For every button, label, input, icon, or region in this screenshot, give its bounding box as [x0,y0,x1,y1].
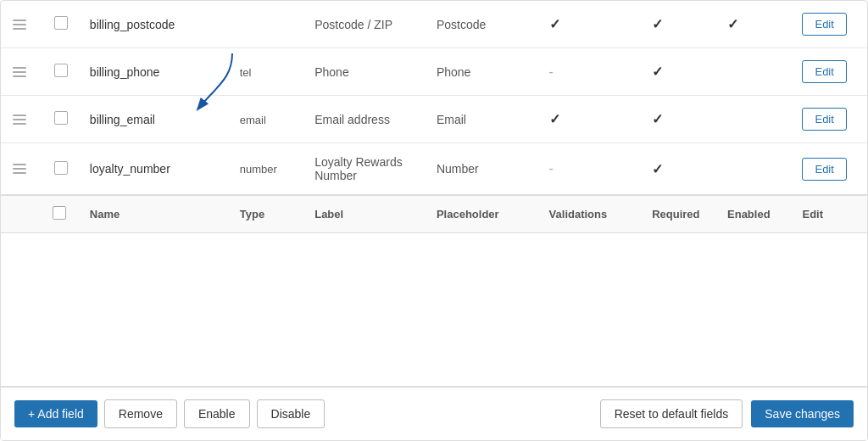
field-name-cell: loyalty_number [80,143,230,196]
header-validations: Validations [539,195,643,233]
drag-handle[interactable] [11,20,28,30]
drag-handle-cell [1,48,42,96]
field-name-cell: billing_email [80,96,230,143]
field-label: Postcode / ZIP [314,18,392,31]
checkbox-cell [42,96,80,143]
field-placeholder-cell: Phone [426,48,539,96]
header-drag [1,195,42,233]
enabled-checkmark: ✓ [652,162,663,176]
field-validations-cell: ✓ [539,96,643,143]
header-type: Type [230,195,304,233]
field-enabled-cell [717,143,792,196]
field-required-cell: ✓ [642,48,717,96]
add-field-button[interactable]: + Add field [14,400,97,427]
drag-handle-cell [1,143,42,196]
required-dash: - [549,64,554,79]
drag-handle[interactable] [11,114,28,125]
table-row: loyalty_number number Loyalty Rewards Nu… [1,143,867,196]
field-name: billing_email [90,113,155,126]
footer-right-actions: Reset to default fields Save changes [600,399,854,428]
enable-button[interactable]: Enable [184,399,250,428]
field-edit-cell: Edit [792,96,867,143]
disable-button[interactable]: Disable [257,399,326,428]
enabled-checkmark: ✓ [652,17,663,31]
header-edit: Edit [792,195,867,233]
save-changes-button[interactable]: Save changes [751,400,854,427]
field-label-cell: Email address [304,96,426,143]
field-placeholder: Postcode [437,18,486,31]
field-label-cell: Phone [304,48,426,96]
field-placeholder-cell: Number [426,143,539,196]
field-name: loyalty_number [90,162,170,176]
drag-handle[interactable] [11,164,28,174]
footer-left-actions: + Add field Remove Enable Disable [14,399,325,428]
checkbox-cell [42,48,80,96]
table-row: billing_postcode Postcode / ZIP Postcode… [1,1,867,48]
required-checkmark: ✓ [549,112,560,126]
row-checkbox[interactable] [54,111,68,125]
field-required-cell: ✓ [642,96,717,143]
header-placeholder-label: Placeholder [437,208,499,220]
field-type-cell: number [230,143,304,196]
field-label: Phone [314,65,348,79]
required-dash: - [549,161,554,176]
field-placeholder: Phone [437,65,470,79]
field-label: Loyalty Rewards Number [314,155,403,182]
field-placeholder-cell: Email [426,96,539,143]
field-type: tel [240,66,252,79]
field-enabled-cell [717,48,792,96]
field-name-cell: billing_phone [80,48,230,96]
header-required: Required [642,195,717,233]
header-placeholder: Placeholder [426,195,539,233]
header-name-label: Name [90,208,120,220]
reset-button[interactable]: Reset to default fields [600,399,743,428]
edit-button[interactable]: Edit [802,158,846,181]
field-label: Email address [314,113,390,126]
header-enabled-label: Enabled [727,208,771,220]
header-enabled: Enabled [717,195,792,233]
field-required-cell: ✓ [642,143,717,196]
edit-button[interactable]: Edit [802,60,846,83]
field-type-cell: tel [230,48,304,96]
field-enabled-cell: ✓ [717,1,792,48]
field-type-cell: email [230,96,304,143]
remove-button[interactable]: Remove [104,399,177,428]
extra-checkmark: ✓ [727,17,738,31]
field-type: number [240,163,277,176]
header-edit-label: Edit [802,208,823,220]
edit-button[interactable]: Edit [802,13,846,36]
drag-handle[interactable] [11,67,28,77]
header-type-label: Type [240,208,264,220]
field-placeholder: Email [437,113,466,126]
drag-handle-cell [1,1,42,48]
header-validations-label: Validations [549,208,608,220]
row-checkbox[interactable] [54,64,68,77]
field-label-cell: Postcode / ZIP [304,1,426,48]
field-edit-cell: Edit [792,1,867,48]
header-label: Label [304,195,426,233]
enabled-checkmark: ✓ [652,112,663,126]
row-checkbox[interactable] [54,161,68,175]
field-validations-cell: ✓ [539,1,643,48]
header-label-label: Label [314,208,343,220]
field-validations-cell: - [539,48,643,96]
enabled-checkmark: ✓ [652,64,663,79]
field-type-cell [230,1,304,48]
drag-handle-cell [1,96,42,143]
checkbox-cell [42,143,80,196]
checkbox-cell [42,1,80,48]
row-checkbox[interactable] [54,16,68,30]
table-row: billing_email email [1,96,867,143]
field-required-cell: ✓ [642,1,717,48]
field-validations-cell: - [539,143,643,196]
field-name-cell: billing_postcode [80,1,230,48]
table-row: billing_phone tel Phone Phone - [1,48,867,96]
field-name: billing_postcode [90,18,175,31]
table-header-row: Name Type Label Placeholder Validations [1,195,867,233]
header-checkbox-cell [42,195,80,233]
edit-button[interactable]: Edit [802,108,846,131]
select-all-checkbox[interactable] [53,206,66,220]
field-placeholder-cell: Postcode [426,1,539,48]
field-type: email [240,114,266,126]
field-label-cell: Loyalty Rewards Number [304,143,426,196]
